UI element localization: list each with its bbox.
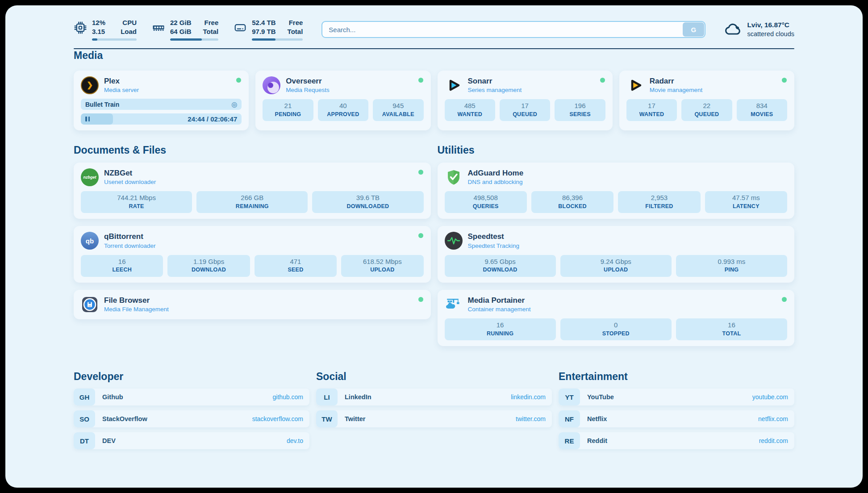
service-description: DNS and adblocking bbox=[468, 179, 524, 186]
status-dot bbox=[418, 170, 423, 175]
service-card-overseerr[interactable]: Overseerr Media Requests 21PENDING 40APP… bbox=[255, 71, 430, 130]
service-card-qbittorrent[interactable]: qb qBittorrent Torrent downloader 16LEEC… bbox=[74, 226, 431, 283]
search-input[interactable] bbox=[321, 21, 705, 38]
sonarr-icon bbox=[445, 76, 463, 94]
now-playing-row: Bullet Train ◎ bbox=[81, 99, 242, 110]
disk-total-value: 97.9 TB bbox=[252, 27, 275, 36]
ram-stat: 22 GiBFree 64 GiBTotal bbox=[152, 18, 218, 41]
service-name: qBittorrent bbox=[104, 232, 156, 241]
stat-tile: 0.993 msPING bbox=[676, 255, 787, 277]
status-dot bbox=[418, 78, 423, 83]
link-badge: GH bbox=[74, 389, 95, 405]
ram-progress-bar bbox=[170, 38, 218, 41]
cpu-label: CPU bbox=[122, 18, 137, 27]
link-twitter[interactable]: TW Twitter twitter.com bbox=[316, 410, 552, 427]
link-dev[interactable]: DT DEV dev.to bbox=[74, 432, 309, 449]
stat-tile: 39.6 TBDOWNLOADED bbox=[312, 191, 423, 213]
portainer-icon bbox=[445, 296, 463, 313]
service-name: Plex bbox=[104, 76, 139, 86]
disk-icon bbox=[234, 21, 247, 34]
service-card-speedtest[interactable]: Speedtest Speedtest Tracking 9.65 GbpsDO… bbox=[438, 226, 795, 283]
link-stackoverflow[interactable]: SO StackOverflow stackoverflow.com bbox=[74, 410, 309, 427]
service-name: Overseerr bbox=[286, 76, 330, 86]
status-dot bbox=[418, 233, 423, 238]
link-badge: DT bbox=[74, 432, 95, 449]
cloud-icon bbox=[724, 21, 742, 38]
stat-tile: 0STOPPED bbox=[560, 318, 672, 340]
section-title-utilities: Utilities bbox=[438, 144, 795, 157]
disk-stat: 52.4 TBFree 97.9 TBTotal bbox=[234, 18, 303, 41]
ram-icon bbox=[152, 21, 165, 34]
search-bar: G bbox=[321, 21, 705, 38]
filebrowser-icon bbox=[81, 296, 99, 313]
utilities-column: Utilities AdGuard Home DNS and adblockin… bbox=[438, 144, 795, 346]
service-name: Speedtest bbox=[468, 232, 520, 241]
status-dot bbox=[782, 78, 787, 83]
link-youtube[interactable]: YT YouTube youtube.com bbox=[559, 389, 794, 405]
radarr-icon bbox=[626, 76, 644, 94]
now-playing-icon[interactable]: ◎ bbox=[231, 101, 237, 108]
nzbget-icon: nzbget bbox=[81, 168, 99, 186]
service-card-sonarr[interactable]: Sonarr Series management 485WANTED 17QUE… bbox=[438, 71, 613, 130]
stat-tile: 16TOTAL bbox=[676, 318, 787, 340]
service-description: Torrent downloader bbox=[104, 242, 156, 250]
service-description: Usenet downloader bbox=[104, 179, 156, 186]
developer-links: Developer GH Github github.com SO StackO… bbox=[74, 370, 309, 449]
stat-tile: 16LEECH bbox=[81, 255, 163, 277]
service-card-adguard[interactable]: AdGuard Home DNS and adblocking 498,508Q… bbox=[438, 163, 795, 219]
service-name: File Browser bbox=[104, 296, 169, 305]
link-badge: NF bbox=[559, 410, 580, 427]
playback-time: 24:44 / 02:06:47 bbox=[188, 115, 237, 123]
status-dot bbox=[600, 78, 605, 83]
stat-tile: 47.57 msLATENCY bbox=[705, 191, 787, 213]
status-dot bbox=[782, 297, 787, 302]
section-title-documents: Documents & Files bbox=[74, 144, 431, 157]
dashboard-panel: 12%CPU 3.15Load 22 GiBFree 64 GiBTotal bbox=[5, 5, 863, 488]
stat-tile: 17WANTED bbox=[626, 99, 677, 121]
service-description: Media File Management bbox=[104, 306, 169, 313]
service-card-plex[interactable]: ❯ Plex Media server Bullet Train ◎ 24:44… bbox=[74, 71, 249, 130]
stat-tile: 196SERIES bbox=[555, 99, 605, 121]
service-name: Radarr bbox=[650, 76, 703, 86]
disk-free-value: 52.4 TB bbox=[252, 18, 275, 27]
weather-location-temp: Lviv, 16.87°C bbox=[747, 21, 794, 30]
status-dot bbox=[418, 297, 423, 302]
link-linkedin[interactable]: LI LinkedIn linkedin.com bbox=[316, 389, 552, 405]
section-title-developer: Developer bbox=[74, 370, 309, 384]
system-stats: 12%CPU 3.15Load 22 GiBFree 64 GiBTotal bbox=[74, 18, 303, 41]
documents-column: Documents & Files nzbget NZBGet Usenet d… bbox=[74, 144, 431, 346]
link-netflix[interactable]: NF Netflix netflix.com bbox=[559, 410, 794, 427]
playback-progress-bar: 24:44 / 02:06:47 bbox=[81, 113, 242, 125]
stat-tile: 471SEED bbox=[255, 255, 337, 277]
media-card-grid: ❯ Plex Media server Bullet Train ◎ 24:44… bbox=[74, 71, 794, 130]
link-badge: YT bbox=[559, 389, 580, 405]
service-card-nzbget[interactable]: nzbget NZBGet Usenet downloader 744.21 M… bbox=[74, 163, 431, 219]
overseerr-icon bbox=[263, 76, 280, 94]
section-title-entertainment: Entertainment bbox=[559, 370, 794, 384]
service-description: Container management bbox=[468, 306, 531, 313]
service-description: Media server bbox=[104, 87, 139, 94]
service-card-radarr[interactable]: Radarr Movie management 17WANTED 22QUEUE… bbox=[619, 71, 794, 130]
link-github[interactable]: GH Github github.com bbox=[74, 389, 309, 405]
adguard-icon bbox=[445, 168, 463, 186]
cpu-load-value: 3.15 bbox=[92, 27, 105, 36]
stat-tile: 266 GBREMAINING bbox=[196, 191, 308, 213]
service-name: Sonarr bbox=[468, 76, 522, 86]
ram-free-value: 22 GiB bbox=[170, 18, 192, 27]
stat-tile: 1.19 GbpsDOWNLOAD bbox=[167, 255, 250, 277]
search-provider-button[interactable]: G bbox=[683, 22, 704, 37]
link-badge: LI bbox=[316, 389, 338, 405]
stat-tile: 498,508QUERIES bbox=[445, 191, 527, 213]
link-reddit[interactable]: RE Reddit reddit.com bbox=[559, 432, 794, 449]
disk-progress-bar bbox=[252, 38, 303, 41]
stat-tile: 16RUNNING bbox=[445, 318, 556, 340]
plex-icon: ❯ bbox=[81, 76, 99, 94]
link-badge: RE bbox=[559, 432, 580, 449]
stat-tile: 22QUEUED bbox=[681, 99, 732, 121]
service-card-filebrowser[interactable]: File Browser Media File Management bbox=[74, 290, 431, 319]
qbittorrent-icon: qb bbox=[81, 232, 99, 250]
link-badge: TW bbox=[316, 410, 338, 427]
service-card-portainer[interactable]: Media Portainer Container management 16R… bbox=[438, 290, 795, 347]
cpu-load-label: Load bbox=[121, 27, 137, 36]
weather-condition: scattered clouds bbox=[747, 30, 794, 39]
